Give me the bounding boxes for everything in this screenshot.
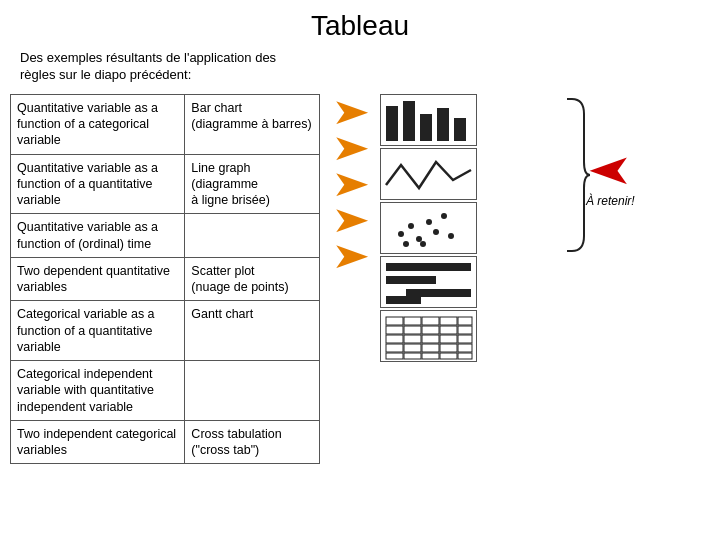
chart-gantt [380, 256, 477, 308]
svg-rect-20 [422, 317, 439, 325]
table-cell-left: Quantitative variable as a function of a… [11, 154, 185, 214]
table-cell-right [185, 214, 320, 258]
chart-cross [380, 310, 477, 362]
chart-line [380, 148, 477, 200]
svg-rect-17 [386, 296, 421, 304]
svg-rect-40 [422, 353, 439, 359]
table-row: Two dependent quantitative variables Sca… [11, 257, 320, 301]
intro-text: Des exemples résultants de l'application… [20, 50, 720, 84]
svg-rect-3 [437, 108, 449, 141]
svg-rect-14 [386, 263, 471, 271]
table-cell-left: Two independent categorical variables [11, 420, 185, 464]
arrow-icon-2: ➤ [331, 130, 370, 166]
arrow-icon-1: ➤ [331, 94, 370, 130]
table-cell-right [185, 361, 320, 421]
svg-point-13 [403, 241, 409, 247]
svg-rect-36 [440, 344, 457, 352]
arrow-icon-3: ➤ [331, 166, 370, 202]
table-row: Categorical independent variable with qu… [11, 361, 320, 421]
svg-rect-1 [403, 101, 415, 141]
table-row: Categorical variable as a function of a … [11, 301, 320, 361]
svg-rect-38 [386, 353, 403, 359]
retenir-arrow-icon: ➤ [588, 149, 634, 191]
table-cell-right: Bar chart(diagramme à barres) [185, 94, 320, 154]
svg-point-9 [433, 229, 439, 235]
table-cell-left: Categorical independent variable with qu… [11, 361, 185, 421]
svg-point-10 [441, 213, 447, 219]
arrow-icon-5: ➤ [331, 238, 370, 274]
svg-point-5 [398, 231, 404, 237]
retenir-label: À retenir! [586, 194, 635, 208]
table-cell-left: Quantitative variable as a function of a… [11, 94, 185, 154]
svg-point-8 [426, 219, 432, 225]
svg-rect-29 [404, 335, 421, 343]
chart-scatter [380, 202, 477, 254]
table-row: Quantitative variable as a function of a… [11, 154, 320, 214]
svg-rect-30 [422, 335, 439, 343]
table-cell-left: Categorical variable as a function of a … [11, 301, 185, 361]
svg-point-12 [420, 241, 426, 247]
svg-rect-0 [386, 106, 398, 141]
svg-rect-26 [440, 326, 457, 334]
svg-rect-33 [386, 344, 403, 352]
svg-rect-21 [440, 317, 457, 325]
svg-rect-19 [404, 317, 421, 325]
arrow-icon-4: ➤ [331, 202, 370, 238]
svg-rect-27 [458, 326, 472, 334]
svg-rect-39 [404, 353, 421, 359]
svg-rect-4 [454, 118, 466, 141]
svg-rect-41 [440, 353, 457, 359]
svg-rect-22 [458, 317, 472, 325]
svg-rect-42 [458, 353, 472, 359]
svg-rect-34 [404, 344, 421, 352]
svg-rect-18 [386, 317, 403, 325]
svg-rect-2 [420, 114, 432, 141]
svg-rect-25 [422, 326, 439, 334]
table-cell-left: Quantitative variable as a function of (… [11, 214, 185, 258]
svg-rect-37 [458, 344, 472, 352]
page-title: Tableau [0, 0, 720, 42]
data-table: Quantitative variable as a function of a… [10, 94, 320, 465]
table-row: Quantitative variable as a function of (… [11, 214, 320, 258]
svg-rect-16 [406, 289, 471, 297]
svg-rect-24 [404, 326, 421, 334]
svg-point-6 [408, 223, 414, 229]
right-section: ➤ ➤ ➤ ➤ ➤ [320, 94, 477, 465]
chart-bar [380, 94, 477, 146]
table-row: Quantitative variable as a function of a… [11, 94, 320, 154]
table-cell-right: Cross tabulation("cross tab") [185, 420, 320, 464]
svg-rect-31 [440, 335, 457, 343]
svg-rect-28 [386, 335, 403, 343]
svg-point-11 [448, 233, 454, 239]
arrows-column: ➤ ➤ ➤ ➤ ➤ [320, 94, 380, 274]
table-row: Two independent categorical variables Cr… [11, 420, 320, 464]
svg-rect-15 [386, 276, 436, 284]
table-cell-right: Gantt chart [185, 301, 320, 361]
table-cell-right: Line graph (diagrammeà ligne brisée) [185, 154, 320, 214]
svg-rect-23 [386, 326, 403, 334]
table-cell-left: Two dependent quantitative variables [11, 257, 185, 301]
svg-point-7 [416, 236, 422, 242]
svg-rect-32 [458, 335, 472, 343]
table-cell-right: Scatter plot(nuage de points) [185, 257, 320, 301]
svg-rect-35 [422, 344, 439, 352]
